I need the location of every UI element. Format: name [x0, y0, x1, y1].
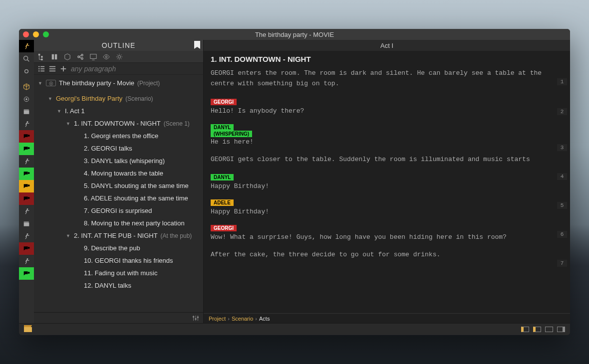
chevron-down-icon[interactable]: ▼ [38, 81, 43, 86]
chevron-down-icon[interactable]: ▼ [66, 121, 71, 126]
character-tag-danyl[interactable]: DANYL [211, 124, 234, 131]
tree-beat[interactable]: 9. Describe the pub [34, 242, 203, 254]
tree-beat[interactable]: 3. DANYL talks (whispering) [34, 155, 203, 167]
layout-switcher [521, 327, 565, 332]
tree-scenario[interactable]: ▼ Georgi's Birthday Party (Scenario) [34, 92, 203, 105]
rail-target-icon[interactable] [19, 93, 34, 105]
rail-clapboard2-icon[interactable] [19, 217, 34, 230]
tree-beat[interactable]: 5. DANYL shouting at the same time [34, 180, 203, 192]
minimize-icon[interactable] [33, 31, 39, 37]
rail-search-icon[interactable] [19, 52, 34, 65]
share-icon[interactable] [77, 53, 84, 60]
tree-scene-1[interactable]: ▼ 1. INT. DOWNTOWN - NIGHT (Scene 1) [34, 117, 203, 130]
action-text[interactable]: GEORGI enters the room. The room is dark… [211, 68, 563, 89]
titlebar[interactable]: The birthday party - MOVIE [19, 29, 570, 40]
plus-icon[interactable] [60, 65, 67, 72]
svg-rect-36 [49, 66, 55, 67]
rail-running6-icon[interactable] [19, 255, 34, 267]
dialogue-text[interactable]: He is here! [211, 137, 563, 146]
tree-beat[interactable]: 12. DANYL talks [34, 279, 203, 292]
chevron-down-icon[interactable]: ▼ [57, 109, 62, 114]
svg-rect-26 [90, 54, 96, 58]
svg-point-29 [118, 55, 120, 58]
rail-dialogue-green-icon[interactable] [19, 143, 34, 155]
rail-running4-icon[interactable] [19, 205, 34, 217]
bookmark-icon[interactable] [194, 41, 200, 50]
dialogue-text[interactable]: Happy Birthday! [211, 207, 563, 215]
rail-running-icon[interactable] [19, 40, 34, 52]
tree-icon[interactable] [38, 53, 45, 60]
line-number: 4 [557, 173, 567, 180]
scene-2-suffix: (At the pub) [161, 232, 192, 239]
gear-icon[interactable] [116, 53, 123, 60]
parenthetical[interactable]: (WHISPERING) [211, 131, 252, 137]
svg-point-17 [28, 272, 30, 274]
dialogue-text[interactable]: Happy Birthday! [211, 182, 563, 190]
tree-beat[interactable]: 8. Moving to the next party location [34, 217, 203, 229]
svg-rect-31 [38, 68, 40, 69]
list-icon[interactable] [38, 65, 45, 72]
cube-tb-icon[interactable] [64, 53, 71, 60]
rail-dialogue-green2-icon[interactable] [19, 168, 34, 180]
rail-dialogue-orange-icon[interactable] [19, 180, 34, 192]
tree-scene-2[interactable]: ▼ 2. INT. AT THE PUB - NIGHT (At the pub… [34, 229, 203, 242]
outline-toolbar [34, 51, 203, 63]
svg-point-10 [28, 172, 30, 174]
dialogue-text[interactable]: Hello! Is anybody there? [211, 106, 563, 115]
svg-point-1 [24, 56, 28, 60]
rail-running5-icon[interactable] [19, 230, 34, 242]
tree-act[interactable]: ▼ I. Act 1 [34, 105, 203, 117]
layout-right-icon[interactable] [557, 327, 565, 332]
layout-left-icon[interactable] [521, 327, 529, 332]
svg-point-12 [28, 197, 30, 199]
breadcrumb-project[interactable]: Project [209, 316, 226, 322]
action-text[interactable]: GEORGI gets closer to the table. Suddenl… [211, 155, 563, 165]
tree-beat[interactable]: 6. ADELE shouting at the same time [34, 192, 203, 204]
action-text[interactable]: After the cake, the three decide to go o… [211, 250, 563, 260]
outline-tree[interactable]: ▼ ◎ The birthday party - Movie (Project)… [34, 75, 203, 312]
chevron-down-icon[interactable]: ▼ [66, 233, 71, 238]
layout-left2-icon[interactable] [533, 327, 541, 332]
dialogue-text[interactable]: Wow! What a surprise! Guys, how long hav… [211, 232, 563, 241]
rail-running3-icon[interactable] [19, 155, 34, 168]
rail-dot-icon[interactable] [19, 65, 34, 77]
character-tag-adele[interactable]: ADELE [211, 199, 234, 206]
breadcrumb-acts[interactable]: Acts [259, 316, 270, 322]
rail-cube-icon[interactable] [19, 80, 34, 93]
close-icon[interactable] [23, 31, 29, 37]
rail-clapboard-icon[interactable] [19, 105, 34, 118]
tree-beat[interactable]: 7. GEORGI is surprised [34, 204, 203, 217]
character-tag-georgi[interactable]: GEORGI [211, 225, 237, 231]
rail-dialogue-green3-icon[interactable] [19, 267, 34, 280]
tree-beat[interactable]: 11. Fading out with music [34, 267, 203, 279]
svg-point-5 [26, 98, 27, 100]
screen-icon[interactable] [90, 53, 97, 60]
clapboard-icon[interactable] [24, 325, 32, 334]
breadcrumb-scenario[interactable]: Scenario [232, 316, 253, 322]
editor-content[interactable]: GEORGI enters the room. The room is dark… [204, 68, 570, 313]
tree-project[interactable]: ▼ ◎ The birthday party - Movie (Project) [34, 77, 203, 89]
svg-point-22 [81, 54, 83, 56]
tree-beat[interactable]: 10. GEORGI thanks his friends [34, 254, 203, 267]
rail-dialogue-red-icon[interactable] [19, 130, 34, 143]
layout-plain-icon[interactable] [545, 327, 553, 332]
tree-beat[interactable]: 4. Moving towards the table [34, 167, 203, 180]
character-tag-danyl[interactable]: DANYL [211, 174, 234, 181]
rail-dialogue-red2-icon[interactable] [19, 192, 34, 205]
sliders-icon[interactable] [192, 315, 199, 322]
book-icon[interactable] [51, 53, 58, 60]
bottombar [19, 323, 570, 335]
character-tag-georgi[interactable]: GEORGI [211, 99, 237, 105]
rail-running2-icon[interactable] [19, 118, 34, 130]
chevron-down-icon[interactable]: ▼ [48, 96, 53, 101]
lines-icon[interactable] [49, 65, 56, 72]
eye-icon[interactable] [103, 53, 110, 60]
rail-dialogue-red3-icon[interactable] [19, 242, 34, 255]
tree-beat[interactable]: 1. Georgi enters the office [34, 130, 203, 142]
outline-panel: OUTLINE ▼ [34, 40, 204, 323]
tree-beat[interactable]: 2. GEORGI talks [34, 142, 203, 155]
line-number: 6 [557, 231, 567, 238]
search-input[interactable] [71, 65, 199, 73]
svg-point-21 [78, 56, 80, 58]
maximize-icon[interactable] [43, 31, 49, 37]
